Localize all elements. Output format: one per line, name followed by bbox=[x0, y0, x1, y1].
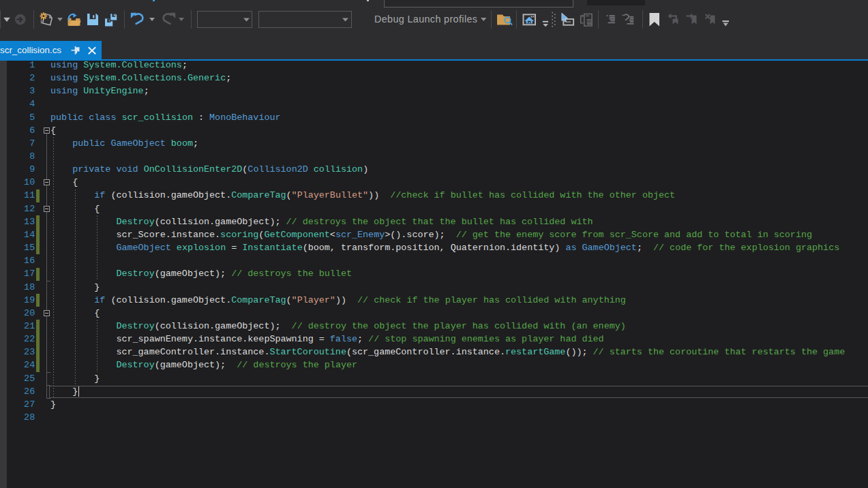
svg-text:Debug Launch profiles: Debug Launch profiles bbox=[374, 14, 477, 25]
